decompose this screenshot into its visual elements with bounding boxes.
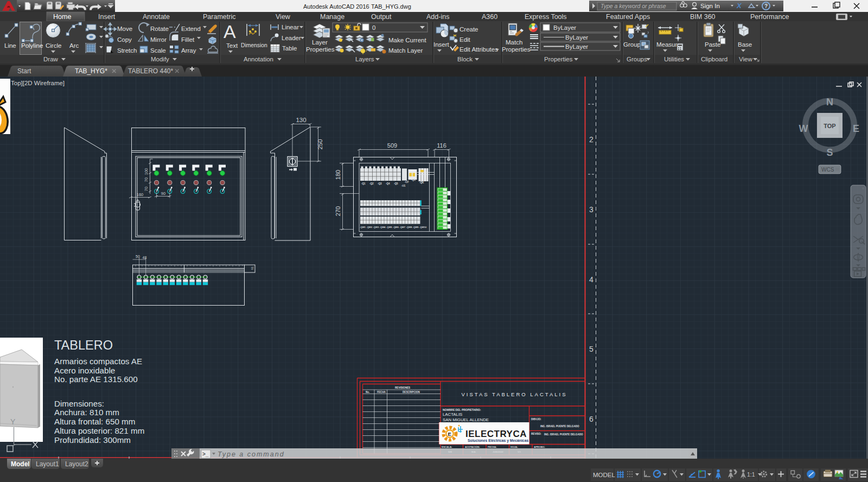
svg-text:No.: No.: [366, 391, 369, 394]
svg-text:509: 509: [387, 142, 397, 149]
svg-text:Insert: Insert: [433, 41, 450, 48]
svg-text:Layers: Layers: [355, 56, 374, 62]
svg-text:E: E: [853, 123, 859, 134]
svg-text:6: 6: [589, 415, 593, 423]
svg-text:-Q2: -Q2: [369, 182, 374, 185]
svg-text:BIM 360: BIM 360: [690, 13, 716, 21]
svg-text:Layer: Layer: [312, 39, 328, 46]
svg-text:Base: Base: [738, 41, 752, 48]
svg-text:Acero inoxidable: Acero inoxidable: [54, 366, 115, 375]
svg-text:Group: Group: [623, 41, 641, 48]
svg-text:TOP: TOP: [824, 123, 835, 129]
svg-text:Draw: Draw: [43, 56, 59, 62]
svg-text:Soluciones Eléctricas y Mecáni: Soluciones Eléctricas y Mecánicas: [468, 439, 528, 443]
svg-text:Copy: Copy: [117, 36, 132, 43]
svg-text:-Q3: -Q3: [378, 182, 382, 185]
svg-text:Array: Array: [181, 47, 196, 54]
svg-text:Y: Y: [10, 417, 16, 426]
svg-text:DESCRIPCION: DESCRIPCION: [403, 391, 420, 394]
svg-text:Altura frontal: 650 mm: Altura frontal: 650 mm: [54, 417, 135, 426]
svg-text:Dimension: Dimension: [241, 42, 267, 48]
svg-text:Layout1: Layout1: [36, 460, 59, 468]
svg-text:Rotate: Rotate: [150, 26, 169, 32]
svg-text:Properties: Properties: [544, 56, 573, 62]
svg-text:No. parte AE 1315.600: No. parte AE 1315.600: [54, 375, 138, 384]
svg-text:Paste: Paste: [705, 41, 720, 48]
svg-text:Profundidad: 300mm: Profundidad: 300mm: [54, 435, 131, 445]
svg-text:Create: Create: [459, 26, 478, 33]
svg-text:TABLERO: TABLERO: [54, 338, 113, 352]
svg-text:IELECTRYCA: IELECTRYCA: [465, 429, 527, 439]
svg-text:130: 130: [296, 117, 306, 123]
svg-text:Match Layer: Match Layer: [388, 47, 423, 54]
svg-text:0: 0: [372, 24, 375, 31]
svg-text:Home: Home: [53, 13, 71, 21]
svg-text:View: View: [276, 13, 291, 21]
svg-text:TABLERO 440*: TABLERO 440*: [128, 67, 173, 75]
svg-text:270: 270: [335, 206, 341, 216]
svg-text:3: 3: [589, 205, 593, 214]
svg-text:Model: Model: [11, 460, 30, 468]
svg-text:ING. ISRAEL PUENTE DELGADO: ING. ISRAEL PUENTE DELGADO: [544, 433, 583, 436]
svg-text:Altura posterior: 821 mm: Altura posterior: 821 mm: [54, 426, 144, 435]
svg-text:61: 61: [251, 266, 254, 270]
svg-text:A: A: [224, 21, 236, 42]
svg-text:Sign In: Sign In: [700, 3, 720, 9]
svg-text:Mirror: Mirror: [150, 36, 167, 43]
svg-text:Properties: Properties: [502, 46, 531, 53]
svg-text:Groups: Groups: [627, 56, 647, 62]
svg-text:Parametric: Parametric: [203, 13, 235, 21]
svg-text:Fillet: Fillet: [181, 36, 195, 43]
svg-text:Utilities: Utilities: [664, 56, 684, 62]
svg-text:Table: Table: [282, 45, 297, 52]
svg-text:DIBUJO:: DIBUJO:: [531, 418, 541, 421]
svg-text:Featured Apps: Featured Apps: [606, 13, 650, 21]
svg-text:Polyline: Polyline: [21, 42, 43, 49]
svg-text:ESCALA:: ESCALA:: [442, 446, 452, 448]
svg-text:Properties: Properties: [306, 46, 335, 53]
svg-text:5: 5: [589, 345, 593, 353]
svg-text:180: 180: [335, 170, 341, 180]
svg-text:TAB_HYG*: TAB_HYG*: [75, 67, 107, 75]
svg-text:ByLayer: ByLayer: [565, 43, 588, 50]
svg-text:MODEL: MODEL: [593, 472, 616, 478]
svg-text:WCS: WCS: [821, 167, 834, 173]
svg-text:Armarios compactos AE: Armarios compactos AE: [54, 357, 142, 366]
svg-text:1:1: 1:1: [747, 471, 755, 478]
svg-text:4: 4: [589, 275, 593, 284]
svg-text:W: W: [799, 123, 808, 134]
svg-text:>_: >_: [202, 451, 209, 457]
svg-text:Performance: Performance: [750, 13, 789, 21]
svg-text:Top][2D Wireframe]: Top][2D Wireframe]: [11, 80, 65, 86]
svg-text:-Q4: -Q4: [386, 182, 390, 185]
svg-text:Linear: Linear: [282, 24, 299, 30]
svg-text:N: N: [826, 97, 833, 107]
svg-text:Edit Attributes: Edit Attributes: [459, 46, 498, 53]
svg-text:Insert: Insert: [98, 13, 116, 21]
svg-text:A360: A360: [482, 13, 497, 21]
svg-text:-QK: -QK: [419, 181, 424, 184]
svg-text:Extend: Extend: [181, 26, 201, 32]
svg-text:Start: Start: [17, 67, 31, 75]
svg-text:Express Tools: Express Tools: [525, 13, 567, 21]
svg-text:Output: Output: [371, 13, 392, 21]
svg-text:APROBO:: APROBO:: [534, 446, 545, 448]
svg-text:View: View: [739, 56, 752, 62]
svg-text:Manage: Manage: [320, 13, 344, 21]
svg-text:Line: Line: [4, 42, 16, 49]
svg-text:E: E: [448, 431, 451, 437]
svg-text:REVISO:: REVISO:: [531, 433, 541, 435]
svg-text:Modify: Modify: [151, 56, 169, 62]
svg-text:?: ?: [764, 3, 768, 9]
svg-text:Clipboard: Clipboard: [701, 56, 727, 62]
svg-text:-U1: -U1: [401, 185, 406, 187]
svg-text:Leader: Leader: [282, 35, 301, 41]
svg-text:160: 160: [137, 192, 144, 197]
svg-text:REVISIONES: REVISIONES: [395, 386, 410, 389]
svg-text:-Q1: -Q1: [361, 182, 366, 185]
svg-text:TAB_HYG.dwg: TAB_HYG.dwg: [371, 3, 411, 10]
svg-text:70: 70: [144, 177, 149, 182]
svg-text:Annotate: Annotate: [143, 13, 170, 21]
svg-text:LACTALIS: LACTALIS: [443, 412, 462, 417]
svg-text:50: 50: [136, 255, 140, 258]
